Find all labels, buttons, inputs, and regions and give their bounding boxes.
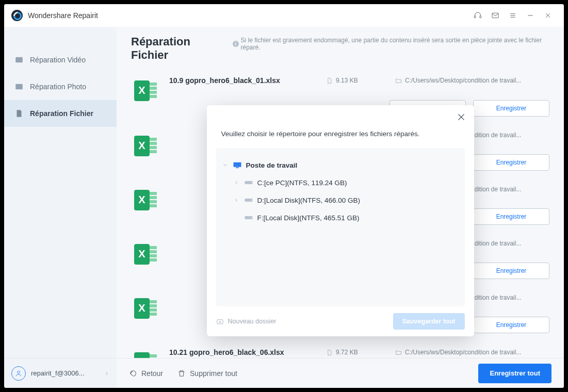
svg-rect-34 <box>150 204 157 207</box>
chevron-down-icon[interactable] <box>221 162 229 168</box>
modal-footer: Nouveau dossier Sauvegarder tout <box>207 306 474 336</box>
page-title: Réparation Fichier <box>131 35 226 62</box>
tree-drive-label: F:[Local Disk](NTFS, 465.51 GB) <box>257 214 360 222</box>
app-title: Wondershare Repairit <box>28 11 98 20</box>
save-button[interactable]: Enregistrer <box>473 263 549 279</box>
tree-root[interactable]: Poste de travail <box>221 156 460 174</box>
save-button[interactable]: Enregistrer <box>473 317 549 333</box>
tree-drive[interactable]: D:[Local Disk](NTFS, 466.00 GB) <box>221 191 460 209</box>
directory-tree[interactable]: Poste de travailC:[ce PC](NTFS, 119.24 G… <box>216 148 465 306</box>
save-all-modal-button[interactable]: Sauvegarder tout <box>393 313 465 330</box>
file-name: 10.9 gopro_hero6_black_01.xlsx <box>169 76 314 85</box>
file-size: 9.72 KB <box>326 349 383 356</box>
sidebar-item-video[interactable]: Réparation Vidéo <box>4 46 117 73</box>
video-repair-icon <box>14 55 24 64</box>
new-folder-label: Nouveau dossier <box>228 318 277 325</box>
svg-rect-27 <box>150 146 157 149</box>
app-logo <box>11 10 23 21</box>
account-name: repairit_f@3006... <box>31 369 99 377</box>
directory-modal: Veuillez choisir le répertoire pour enre… <box>207 105 474 336</box>
page-hint: i Si le fichier est gravement endommagé,… <box>233 37 549 51</box>
excel-file-icon: X <box>131 294 160 323</box>
bottom-toolbar: Retour Supprimer tout Enregistrer tout <box>117 358 564 388</box>
file-path: C:/Users/ws/Desktop/condition de travail… <box>395 77 549 84</box>
svg-rect-43 <box>150 300 157 303</box>
svg-text:X: X <box>138 248 145 259</box>
sidebar: Réparation Vidéo Réparation Photo Répara… <box>4 27 117 388</box>
main-content: Réparation Fichier i Si le fichier est g… <box>117 27 564 388</box>
back-button[interactable]: Retour <box>129 369 163 378</box>
svg-text:X: X <box>138 302 145 314</box>
info-icon: i <box>233 41 238 47</box>
photo-repair-icon <box>14 82 24 91</box>
svg-rect-25 <box>150 138 157 141</box>
file-repair-icon <box>14 109 24 118</box>
svg-point-62 <box>251 217 252 218</box>
excel-file-icon: X <box>131 132 160 160</box>
chevron-right-icon[interactable] <box>233 198 240 203</box>
svg-rect-55 <box>233 162 241 167</box>
sidebar-item-label: Réparation Vidéo <box>30 56 86 64</box>
save-button[interactable]: Enregistrer <box>473 100 549 117</box>
svg-point-16 <box>18 371 20 373</box>
svg-rect-21 <box>150 91 157 94</box>
excel-file-icon: X <box>131 240 160 269</box>
delete-all-label: Supprimer tout <box>190 369 237 378</box>
chevron-right-icon <box>104 369 109 378</box>
chevron-right-icon[interactable] <box>233 180 240 185</box>
svg-point-58 <box>251 182 252 183</box>
svg-rect-46 <box>150 313 157 316</box>
file-name: 10.21 gopro_hero6_black_06.xlsx <box>169 348 314 356</box>
svg-rect-56 <box>236 168 239 169</box>
save-button[interactable]: Enregistrer <box>473 154 549 171</box>
tree-root-label: Poste de travail <box>246 161 298 169</box>
minimize-button[interactable] <box>522 7 539 24</box>
svg-rect-49 <box>150 354 157 357</box>
svg-rect-38 <box>150 250 157 253</box>
excel-file-icon: X <box>131 76 160 105</box>
new-folder-button[interactable]: Nouveau dossier <box>216 318 277 325</box>
excel-file-icon: X <box>131 186 160 215</box>
tree-drive-label: C:[ce PC](NTFS, 119.24 GB) <box>257 179 347 187</box>
svg-text:X: X <box>138 194 145 205</box>
svg-rect-39 <box>150 254 157 257</box>
tree-drive[interactable]: C:[ce PC](NTFS, 119.24 GB) <box>221 174 460 191</box>
svg-point-12 <box>17 85 19 87</box>
svg-rect-31 <box>150 192 157 195</box>
tree-drive[interactable]: F:[Local Disk](NTFS, 465.51 GB) <box>221 209 460 226</box>
titlebar: Wondershare Repairit <box>4 4 564 27</box>
svg-rect-28 <box>150 150 157 153</box>
save-all-button[interactable]: Enregistrer tout <box>478 364 551 383</box>
svg-rect-37 <box>150 246 157 249</box>
sidebar-item-file[interactable]: Réparation Fichier <box>4 100 117 127</box>
support-icon[interactable] <box>469 7 486 24</box>
close-button[interactable] <box>539 7 557 24</box>
account-bar[interactable]: repairit_f@3006... <box>4 358 117 388</box>
svg-rect-44 <box>150 304 157 307</box>
modal-close-button[interactable] <box>456 111 467 123</box>
svg-rect-1 <box>480 16 481 18</box>
svg-text:X: X <box>138 140 145 151</box>
modal-prompt: Veuillez choisir le répertoire pour enre… <box>207 105 474 148</box>
mail-icon[interactable] <box>486 7 504 24</box>
svg-rect-33 <box>150 200 157 203</box>
menu-icon[interactable] <box>504 7 522 24</box>
svg-rect-45 <box>150 308 157 312</box>
sidebar-item-photo[interactable]: Réparation Photo <box>4 73 117 100</box>
svg-rect-22 <box>150 95 157 98</box>
page-header: Réparation Fichier i Si le fichier est g… <box>117 27 564 68</box>
computer-icon <box>233 161 242 169</box>
svg-point-60 <box>251 200 252 201</box>
svg-rect-26 <box>150 142 157 145</box>
back-label: Retour <box>141 369 163 378</box>
file-row: X10.21 gopro_hero6_black_06.xlsx 9.72 KB… <box>128 340 553 358</box>
file-path: C:/Users/ws/Desktop/condition de travail… <box>395 349 549 356</box>
disk-icon <box>244 197 253 204</box>
file-size: 9.13 KB <box>326 77 383 84</box>
svg-rect-32 <box>150 196 157 199</box>
svg-text:X: X <box>138 85 145 96</box>
save-button[interactable]: Enregistrer <box>473 208 549 225</box>
delete-all-button[interactable]: Supprimer tout <box>177 369 237 378</box>
sidebar-item-label: Réparation Fichier <box>30 109 93 118</box>
sidebar-item-label: Réparation Photo <box>30 83 86 91</box>
